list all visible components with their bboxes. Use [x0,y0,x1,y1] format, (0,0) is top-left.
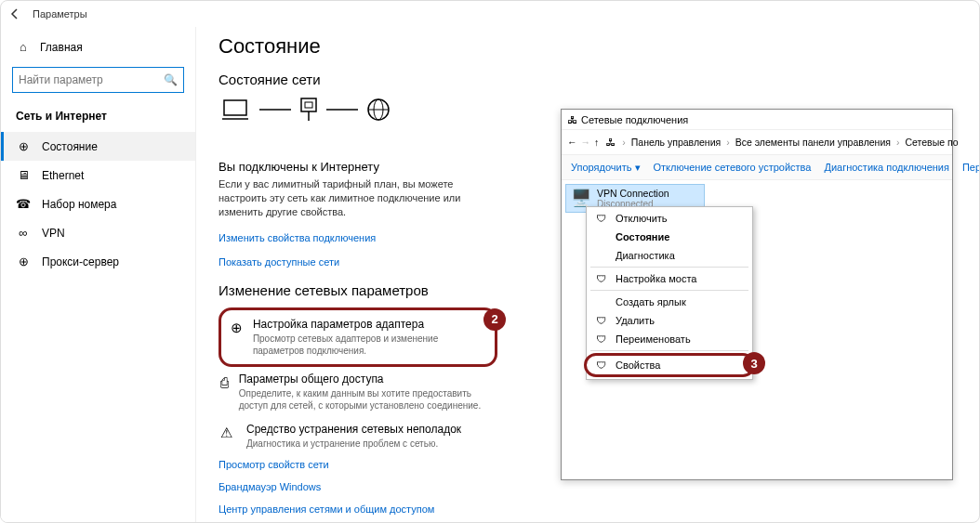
popup-toolbar: Упорядочить ▾ Отключение сетевого устрой… [562,154,952,180]
ctx-bridge[interactable]: 🛡Настройка моста [587,269,752,288]
ctx-separator [590,267,748,268]
toolbar-disable[interactable]: Отключение сетевого устройства [654,162,812,173]
step-badge-3: 3 [743,352,765,374]
line-icon [326,106,358,113]
search-icon: 🔍 [164,73,178,86]
sidebar-home[interactable]: ⌂ Главная [1,34,195,59]
sidebar-item-proxy[interactable]: ⊕ Прокси-сервер [1,247,195,276]
section-label: Сеть и Интернет [1,106,195,132]
connected-body: Если у вас лимитный тарифный план, вы мо… [219,177,497,219]
shield-icon: 🛡 [596,273,608,284]
card-title: Средство устранения сетевых неполадок [246,423,461,436]
shield-icon: 🛡 [596,360,608,371]
sidebar-item-label: Набор номера [42,198,116,211]
shield-icon: 🛡 [596,333,608,345]
network-icon: 🖧 [567,114,577,125]
vpn-icon: ∞ [16,226,31,240]
nav-up-icon[interactable]: ↑ [594,137,599,148]
ctx-shortcut[interactable]: Создать ярлык [587,293,752,311]
sidebar-item-status[interactable]: ⊕ Состояние [1,132,195,161]
card-title: Настройка параметров адаптера [253,318,485,331]
home-label: Главная [40,41,83,54]
toolbar-organize[interactable]: Упорядочить ▾ [571,162,641,174]
popup-title-text: Сетевые подключения [581,114,688,125]
ctx-disconnect[interactable]: 🛡Отключить [587,209,752,228]
popup-body: 🖥️ VPN Connection Disconnected 🛡Отключит… [562,180,952,216]
link-show-networks[interactable]: Показать доступные сети [219,256,339,268]
sidebar-item-vpn[interactable]: ∞ VPN [1,218,195,247]
ctx-diagnostics[interactable]: Диагностика [587,246,752,265]
svg-rect-0 [224,100,246,115]
adapter-icon: ⊕ [231,318,244,357]
connection-name: VPN Connection [597,188,669,199]
breadcrumb-item[interactable]: Все элементы панели управления [735,137,891,148]
ctx-separator [590,290,748,291]
svg-rect-4 [305,102,312,108]
home-icon: ⌂ [16,40,31,54]
sidebar-item-ethernet[interactable]: 🖥 Ethernet [1,161,195,190]
sidebar: ⌂ Главная 🔍 Сеть и Интернет ⊕ Состояние … [1,27,196,522]
sidebar-item-label: VPN [42,227,65,240]
status-icon: ⊕ [16,139,31,153]
card-desc: Определите, к каким данным вы хотите пре… [239,387,496,412]
context-menu: 🛡Отключить Состояние Диагностика 🛡Настро… [586,206,753,380]
ethernet-adapter-icon [298,97,319,123]
breadcrumb-item[interactable]: Сетевые по [905,137,958,148]
back-button[interactable] [8,7,21,20]
sidebar-item-dialup[interactable]: ☎ Набор номера [1,190,195,218]
ctx-rename[interactable]: 🛡Переименовать [587,330,752,348]
computer-icon [219,97,252,123]
link-firewall[interactable]: Брандмауэр Windows [219,481,321,492]
nav-back-icon[interactable]: ← [567,137,577,148]
search-input-wrapper[interactable]: 🔍 [12,67,184,93]
shield-icon: 🛡 [596,213,608,224]
content-area: Состояние Состояние сети Ethernet Общест… [196,27,979,522]
sidebar-item-label: Прокси-сервер [42,255,119,268]
shield-icon: 🛡 [596,315,608,326]
sidebar-item-label: Ethernet [42,169,84,182]
net-status-heading: Состояние сети [219,72,960,87]
globe-icon [365,97,391,123]
card-troubleshoot[interactable]: ⚠ Средство устранения сетевых неполадок … [219,417,497,455]
line-icon [259,106,291,113]
sidebar-item-label: Состояние [42,140,98,153]
step-badge-2: 2 [483,308,506,331]
ctx-properties[interactable]: 🛡 Свойства 3 [584,353,755,377]
ctx-delete[interactable]: 🛡Удалить [587,311,752,330]
ctx-status[interactable]: Состояние [587,228,752,246]
ethernet-icon: 🖥 [16,168,31,182]
dialup-icon: ☎ [16,197,31,211]
svg-rect-3 [301,98,316,111]
search-input[interactable] [19,73,178,86]
card-adapter-settings[interactable]: ⊕ Настройка параметров адаптера Просмотр… [219,307,497,367]
warning-icon: ⚠ [220,423,237,450]
card-desc: Просмотр сетевых адаптеров и изменение п… [253,333,485,357]
popup-nav: ← → ↑ 🖧 › Панель управления › Все элемен… [562,130,952,154]
window-title: Параметры [33,8,87,20]
card-title: Параметры общего доступа [239,373,496,386]
page-title: Состояние [219,34,960,59]
ctx-separator [590,350,748,351]
link-change-props[interactable]: Изменить свойства подключения [219,232,376,243]
link-network-center[interactable]: Центр управления сетями и общим доступом [219,503,434,515]
toolbar-rename[interactable]: Пере [962,162,979,173]
link-net-props[interactable]: Просмотр свойств сети [219,459,329,470]
toolbar-diagnose[interactable]: Диагностика подключения [824,162,948,173]
nav-fwd-icon[interactable]: → [581,137,591,148]
share-icon: ⎙ [220,373,230,412]
proxy-icon: ⊕ [16,255,31,268]
network-icon: 🖧 [606,137,616,148]
network-connections-window: 🖧 Сетевые подключения ← → ↑ 🖧 › Панель у… [561,109,953,480]
popup-titlebar: 🖧 Сетевые подключения [562,110,952,130]
breadcrumb-item[interactable]: Панель управления [631,137,721,148]
card-sharing[interactable]: ⎙ Параметры общего доступа Определите, к… [219,367,497,417]
card-desc: Диагностика и устранение проблем с сетью… [246,438,461,450]
